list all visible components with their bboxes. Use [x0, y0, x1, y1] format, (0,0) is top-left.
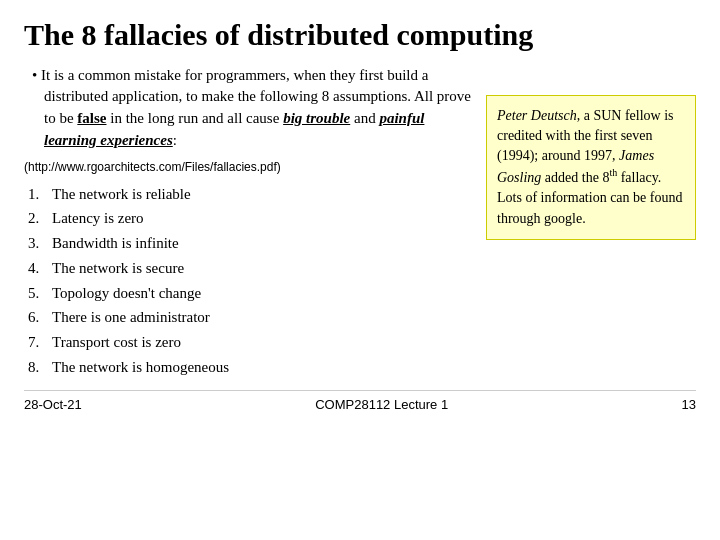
- list-item: 1.The network is reliable: [28, 182, 476, 207]
- footer-page: 13: [682, 397, 696, 412]
- list-item: 6.There is one administrator: [28, 305, 476, 330]
- list-item: 3.Bandwidth is infinite: [28, 231, 476, 256]
- list-item: 2.Latency is zero: [28, 206, 476, 231]
- sidebar-box: Peter Deutsch, a SUN fellow is credited …: [486, 95, 696, 240]
- footer-course: COMP28112 Lecture 1: [315, 397, 448, 412]
- sidebar-text1: Peter Deutsch, a SUN fellow is credited …: [497, 108, 682, 226]
- intro-text: It is a common mistake for programmers, …: [24, 65, 476, 152]
- list-item: 8.The network is homogeneous: [28, 355, 476, 380]
- slide-title: The 8 fallacies of distributed computing: [24, 18, 696, 53]
- list-item: 4.The network is secure: [28, 256, 476, 281]
- fallacies-list: 1.The network is reliable 2.Latency is z…: [24, 182, 476, 380]
- slide-footer: 28-Oct-21 COMP28112 Lecture 1 13: [24, 390, 696, 412]
- list-item: 5.Topology doesn't change: [28, 281, 476, 306]
- url-line: (http://www.rgoarchitects.com/Files/fall…: [24, 160, 476, 174]
- list-item: 7.Transport cost is zero: [28, 330, 476, 355]
- footer-date: 28-Oct-21: [24, 397, 82, 412]
